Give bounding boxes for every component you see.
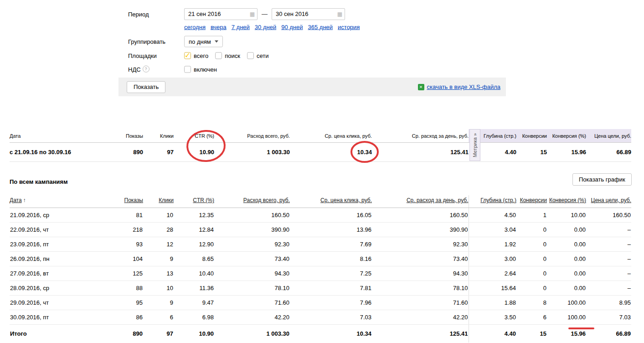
campaigns-sort-link[interactable]: Дата [10, 197, 22, 203]
campaigns-cell: 0 [516, 281, 547, 296]
campaigns-cell: 100.00 [547, 296, 586, 310]
quick-range-link[interactable]: 30 дней [255, 23, 276, 30]
metrika-tab[interactable]: Метрика » [469, 129, 480, 161]
summary-cell: 15.96 [547, 143, 586, 162]
campaigns-cell: 78.10 [372, 281, 469, 296]
campaigns-cell: 10.40 [174, 266, 214, 281]
campaigns-total-cell: 125.41 [372, 325, 469, 343]
campaigns-cell: 10 [143, 281, 174, 296]
calendar-icon[interactable] [250, 11, 255, 17]
quick-range-link[interactable]: сегодня [184, 23, 206, 30]
campaigns-cell: 78.10 [214, 281, 290, 296]
campaigns-sort-link[interactable]: Цена цели, руб. [591, 197, 631, 203]
summary-cell: 890 [119, 143, 143, 162]
help-icon[interactable]: ? [143, 65, 149, 72]
show-button[interactable]: Показать [127, 81, 165, 93]
campaigns-cell: 28 [143, 223, 174, 237]
campaigns-cell: 1 [516, 208, 547, 223]
campaigns-cell: 2.64 [469, 266, 516, 281]
campaigns-cell: 7.25 [290, 266, 372, 281]
campaigns-cell: 71.60 [214, 296, 290, 310]
campaigns-cell: 7.81 [290, 281, 372, 296]
campaigns-cell: 100.00 [547, 310, 586, 325]
campaigns-cell: – [586, 252, 631, 266]
sort-arrow-icon: ↑ [23, 197, 26, 203]
campaigns-column-header: Расход всего, руб. [214, 195, 290, 208]
campaigns-cell: 7.69 [290, 237, 372, 252]
campaigns-sort-link[interactable]: Глубина (стр.) [480, 197, 516, 203]
campaigns-cell: 94.30 [372, 266, 469, 281]
campaigns-sort-link[interactable]: CTR (%) [193, 197, 214, 203]
campaigns-cell: 160.50 [372, 208, 469, 223]
platform-checkbox[interactable]: ✓ [184, 52, 191, 59]
period-label: Период [128, 10, 149, 17]
campaigns-cell: – [586, 237, 631, 252]
quick-range-link[interactable]: 7 дней [232, 23, 250, 30]
campaigns-cell: 12.35 [174, 208, 214, 223]
date-to-input[interactable] [272, 8, 345, 20]
quick-range-link[interactable]: 90 дней [281, 23, 303, 30]
summary-column-header: Ср. цена клика, руб. [290, 129, 372, 143]
show-chart-button[interactable]: Показать график [572, 173, 632, 186]
quick-range-link[interactable]: 365 дней [308, 23, 333, 30]
date-to-wrap [272, 8, 345, 20]
xls-download[interactable]: скачать в виде XLS-файла [418, 83, 501, 90]
campaigns-sort-link[interactable]: Клики [159, 197, 174, 203]
campaigns-cell: 6 [143, 310, 174, 325]
campaigns-cell: 6.98 [174, 310, 214, 325]
campaigns-sort-link[interactable]: Показы [124, 197, 143, 203]
platform-option[interactable]: сети [247, 52, 269, 59]
campaigns-cell: 26.09.2016, пн [10, 252, 119, 266]
date-from-input[interactable] [184, 8, 258, 20]
campaigns-cell: 0.00 [547, 281, 586, 296]
campaigns-cell: 0 [516, 252, 547, 266]
campaigns-sort-link[interactable]: Ср. цена клика, руб. [320, 197, 372, 203]
campaigns-cell: 10 [143, 208, 174, 223]
platform-option[interactable]: поиск [215, 52, 240, 59]
platform-checkbox[interactable] [215, 52, 222, 59]
campaigns-cell: 12.84 [174, 223, 214, 237]
platform-checkbox[interactable] [247, 52, 254, 59]
campaigns-cell: 4.50 [469, 208, 516, 223]
chevron-down-icon [215, 40, 218, 42]
campaigns-cell: – [586, 223, 631, 237]
campaigns-cell: 3.00 [469, 252, 516, 266]
campaigns-column-header: Конверсии [516, 195, 547, 208]
period-fields: — [184, 8, 345, 20]
campaigns-row: 23.09.2016, пт931212.9092.307.6992.301.9… [10, 237, 631, 252]
summary-cell: 15 [516, 143, 547, 162]
campaigns-cell: 22.09.2016, чт [10, 223, 119, 237]
vat-label: НДС? [128, 65, 149, 73]
calendar-icon[interactable] [337, 11, 342, 17]
filter-footer: Показать скачать в виде XLS-файла [118, 78, 506, 96]
platform-option-label: сети [257, 52, 269, 59]
campaigns-cell: 8.95 [586, 296, 631, 310]
campaigns-column-header: Глубина (стр.) [469, 195, 516, 208]
xls-download-link[interactable]: скачать в виде XLS-файла [427, 83, 501, 90]
summary-data-row: с 21.09.16 по 30.09.168909710.901 003.30… [10, 143, 631, 162]
quick-range-link[interactable]: вчера [211, 23, 227, 30]
campaigns-sort-link[interactable]: Конверсии [520, 197, 547, 203]
grouping-select[interactable]: по дням [184, 36, 223, 47]
summary-column-header: Цена цели, руб. [586, 129, 631, 143]
campaigns-table: Дата↑ПоказыКликиCTR (%)Расход всего, руб… [10, 195, 631, 343]
platform-option[interactable]: ✓всего [184, 52, 208, 59]
campaigns-sort-link[interactable]: Конверсия (%) [549, 197, 586, 203]
campaigns-cell: 390.90 [372, 223, 469, 237]
vat-row: НДС? включен [118, 63, 506, 75]
campaigns-cell: 8.16 [290, 252, 372, 266]
campaigns-cell: 28.09.2016, ср [10, 281, 119, 296]
grouping-selected-value: по дням [189, 38, 211, 45]
grouping-field: по дням [184, 36, 223, 47]
quick-range-link[interactable]: история [338, 23, 360, 30]
campaigns-cell: 125 [119, 266, 143, 281]
summary-column-header: Расход всего, руб. [214, 129, 290, 143]
vat-option[interactable]: включен [184, 66, 217, 73]
campaigns-cell: 0.00 [547, 252, 586, 266]
metrika-tab-label: Метрика » [472, 133, 478, 157]
campaigns-cell: 21.09.2016, ср [10, 208, 119, 223]
campaigns-sort-link[interactable]: Ср. расход за день, руб. [407, 197, 469, 203]
campaigns-cell: 11.36 [174, 281, 214, 296]
vat-checkbox[interactable] [184, 66, 191, 73]
campaigns-sort-link[interactable]: Расход всего, руб. [243, 197, 290, 203]
